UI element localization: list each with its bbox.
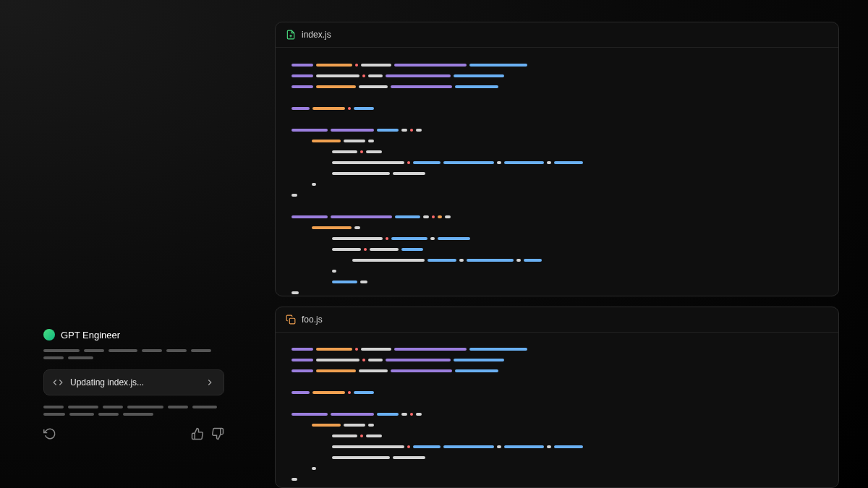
chat-actions — [43, 427, 224, 440]
code-body — [276, 48, 838, 296]
code-area: index.js — [275, 22, 839, 488]
file-copy-icon — [286, 314, 296, 325]
chat-header: GPT Engineer — [43, 329, 224, 341]
panel-header: index.js — [276, 22, 838, 48]
thumbs-down-icon[interactable] — [211, 427, 224, 440]
code-panel-index: index.js — [275, 22, 839, 296]
code-icon — [53, 377, 63, 388]
code-panel-foo: foo.js — [275, 307, 839, 488]
message-skeleton-2 — [43, 406, 224, 416]
panel-header: foo.js — [276, 307, 838, 333]
file-name: index.js — [302, 30, 331, 40]
undo-icon[interactable] — [43, 427, 56, 440]
message-skeleton — [43, 349, 224, 359]
thumbs-up-icon[interactable] — [191, 427, 204, 440]
status-card[interactable]: Updating index.js... — [43, 369, 224, 395]
chevron-right-icon — [205, 377, 215, 388]
code-body — [276, 333, 838, 488]
file-name: foo.js — [302, 314, 323, 325]
chat-panel: GPT Engineer Updating index.js... — [43, 329, 224, 440]
svg-rect-2 — [289, 318, 295, 324]
file-added-icon — [286, 30, 296, 40]
agent-avatar — [43, 329, 55, 341]
agent-name: GPT Engineer — [61, 330, 120, 341]
status-text: Updating index.js... — [70, 377, 144, 388]
